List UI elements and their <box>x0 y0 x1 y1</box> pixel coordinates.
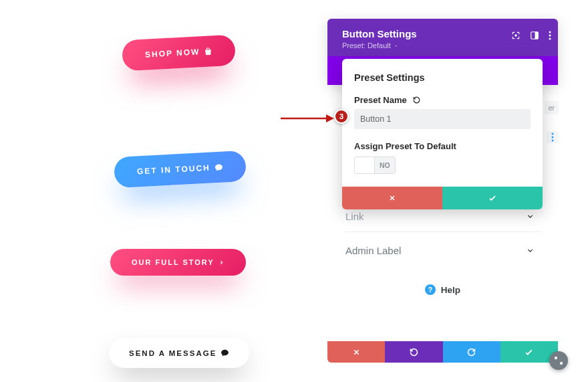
preset-name-input[interactable] <box>354 109 531 129</box>
panel-footer <box>327 341 558 363</box>
svg-point-4 <box>549 35 551 37</box>
chevron-down-icon <box>526 212 535 221</box>
assign-default-toggle[interactable]: NO <box>354 157 396 174</box>
preset-name-label: Preset Name <box>354 95 407 105</box>
popup-confirm-button[interactable] <box>442 187 543 209</box>
preview-button-message-label: SEND A MESSAGE <box>129 349 216 357</box>
preview-button-shop-label: SHOP NOW <box>145 47 200 59</box>
focus-icon[interactable] <box>511 31 521 40</box>
reset-icon[interactable] <box>412 96 421 104</box>
preview-button-story[interactable]: OUR FULL STORY <box>110 249 246 276</box>
peek-text: er <box>545 101 559 114</box>
callout-badge: 3 <box>334 109 349 124</box>
preview-button-message[interactable]: SEND A MESSAGE <box>109 338 249 368</box>
footer-undo-button[interactable] <box>385 341 442 363</box>
footer-cancel-button[interactable] <box>327 341 385 363</box>
help-icon: ? <box>425 284 436 295</box>
svg-point-3 <box>549 31 551 33</box>
chat-filled-icon <box>220 349 229 357</box>
svg-marker-10 <box>326 114 334 122</box>
svg-point-8 <box>552 140 554 142</box>
svg-point-6 <box>552 133 554 135</box>
preview-button-shop[interactable]: SHOP NOW <box>122 35 237 72</box>
assign-preset-label: Assign Preset To Default <box>354 141 531 151</box>
panel-header: Button Settings Preset: Default <box>327 19 558 56</box>
chat-icon <box>214 163 223 172</box>
accordion-admin-label[interactable]: Admin Label <box>344 235 541 266</box>
popup-title: Preset Settings <box>354 72 531 83</box>
help-link[interactable]: ? Help <box>327 273 558 306</box>
resize-handle[interactable] <box>549 351 568 370</box>
svg-point-5 <box>549 38 551 40</box>
drag-handle-icon[interactable] <box>547 131 559 143</box>
caret-down-icon <box>394 43 398 48</box>
preset-settings-popup: Preset Settings Preset Name Assign Prese… <box>342 59 543 209</box>
preset-dropdown[interactable]: Preset: Default <box>342 41 546 50</box>
toggle-value: NO <box>375 157 395 173</box>
svg-point-7 <box>552 136 554 138</box>
more-icon[interactable] <box>549 31 551 40</box>
bag-icon <box>204 47 213 56</box>
footer-redo-button[interactable] <box>443 341 500 363</box>
annotation-arrow-icon <box>279 112 334 125</box>
panel-icon[interactable] <box>530 31 539 40</box>
chevron-right-icon <box>218 260 225 266</box>
preview-button-touch-label: GET IN TOUCH <box>137 163 210 177</box>
toggle-knob <box>355 157 375 173</box>
preview-button-story-label: OUR FULL STORY <box>132 258 214 266</box>
popup-cancel-button[interactable] <box>342 187 442 209</box>
svg-point-0 <box>515 35 517 36</box>
svg-rect-2 <box>535 32 539 39</box>
preview-button-touch[interactable]: GET IN TOUCH <box>114 151 247 188</box>
chevron-down-icon <box>526 246 535 255</box>
